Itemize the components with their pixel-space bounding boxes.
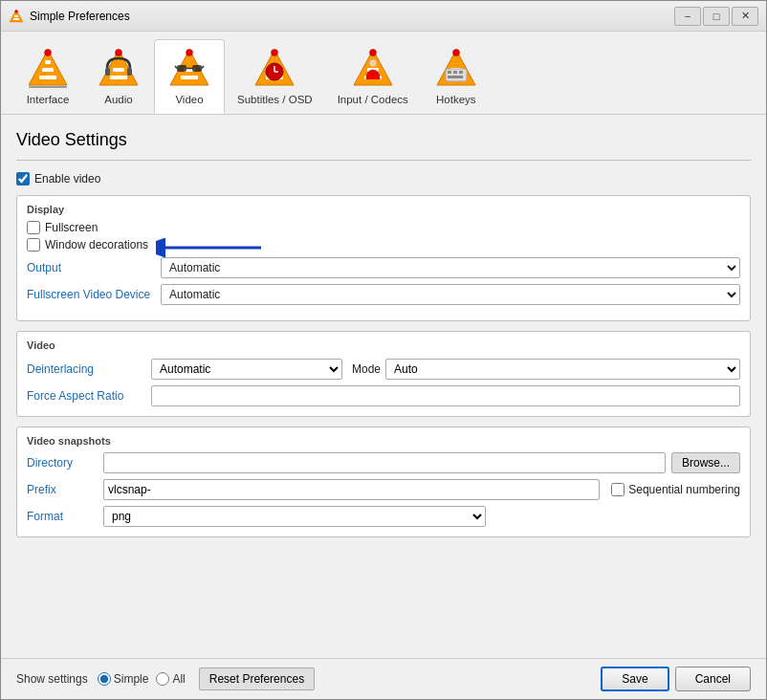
snapshots-section: Video snapshots Directory Browse... Pref… bbox=[16, 427, 751, 537]
svg-rect-21 bbox=[192, 65, 202, 72]
deinterlacing-select[interactable]: Automatic Off On bbox=[151, 359, 342, 380]
bottom-bar: Show settings Simple All Reset Preferenc… bbox=[1, 658, 766, 699]
nav-bar: Interface Audio bbox=[1, 32, 766, 115]
app-icon bbox=[9, 9, 24, 24]
nav-label-video: Video bbox=[175, 94, 203, 105]
audio-icon bbox=[96, 46, 142, 92]
window-controls: − □ ✕ bbox=[674, 7, 758, 26]
page-title: Video Settings bbox=[16, 130, 751, 150]
svg-rect-9 bbox=[29, 86, 67, 88]
close-button[interactable]: ✕ bbox=[732, 7, 758, 26]
svg-rect-17 bbox=[181, 76, 198, 79]
svg-rect-7 bbox=[45, 60, 51, 64]
main-window: Simple Preferences − □ ✕ I bbox=[0, 0, 767, 700]
svg-point-36 bbox=[369, 59, 377, 67]
all-radio-label[interactable]: All bbox=[172, 672, 185, 686]
main-content: Video Settings Enable video Display Full… bbox=[1, 115, 766, 658]
svg-point-19 bbox=[186, 50, 193, 56]
simple-radio-label[interactable]: Simple bbox=[114, 672, 149, 686]
fullscreen-device-select[interactable]: Automatic bbox=[161, 284, 740, 305]
show-settings-label: Show settings bbox=[16, 672, 88, 686]
deinterlacing-label: Deinterlacing bbox=[27, 362, 151, 376]
output-select[interactable]: Automatic DirectX OpenGL bbox=[161, 257, 740, 278]
svg-point-35 bbox=[369, 50, 376, 56]
enable-video-row: Enable video bbox=[16, 172, 751, 186]
svg-rect-42 bbox=[448, 71, 451, 74]
nav-item-video[interactable]: Video bbox=[154, 39, 225, 114]
svg-rect-14 bbox=[105, 68, 110, 76]
radio-all: All bbox=[156, 672, 185, 686]
reset-button[interactable]: Reset Preferences bbox=[199, 667, 315, 690]
svg-rect-43 bbox=[453, 71, 457, 74]
divider bbox=[16, 160, 751, 161]
browse-button[interactable]: Browse... bbox=[671, 452, 740, 473]
fullscreen-device-label: Fullscreen Video Device bbox=[27, 288, 161, 301]
window-decorations-row: Window decorations bbox=[27, 238, 740, 252]
maximize-button[interactable]: □ bbox=[703, 7, 730, 26]
format-row: Format png jpg bmp tiff bbox=[27, 506, 740, 527]
prefix-row: Prefix Sequential numbering bbox=[27, 479, 740, 500]
svg-rect-41 bbox=[446, 69, 467, 81]
svg-rect-2 bbox=[14, 15, 18, 17]
prefix-input[interactable] bbox=[103, 479, 600, 500]
svg-point-13 bbox=[116, 50, 122, 56]
cancel-button[interactable]: Cancel bbox=[675, 667, 751, 691]
svg-line-24 bbox=[202, 66, 204, 69]
mode-label: Mode bbox=[352, 362, 381, 376]
snapshots-section-label: Video snapshots bbox=[27, 435, 740, 447]
svg-rect-20 bbox=[177, 65, 186, 72]
svg-point-28 bbox=[272, 50, 278, 56]
mode-select[interactable]: Auto Bob Linear Mean Blend bbox=[385, 359, 740, 380]
directory-input[interactable] bbox=[103, 452, 666, 473]
nav-label-input: Input / Codecs bbox=[338, 94, 408, 105]
svg-point-3 bbox=[15, 10, 18, 12]
format-select[interactable]: png jpg bmp tiff bbox=[103, 506, 486, 527]
svg-rect-15 bbox=[127, 68, 132, 76]
force-aspect-input[interactable] bbox=[151, 385, 740, 406]
output-label: Output bbox=[27, 261, 161, 274]
fullscreen-device-row: Fullscreen Video Device Automatic bbox=[27, 284, 740, 305]
output-row: Output Automatic DirectX OpenGL bbox=[27, 257, 740, 278]
sequential-numbering-label[interactable]: Sequential numbering bbox=[628, 483, 740, 496]
svg-rect-44 bbox=[459, 71, 463, 74]
hotkeys-icon bbox=[433, 46, 479, 92]
svg-rect-45 bbox=[448, 76, 463, 78]
nav-item-hotkeys[interactable]: Hotkeys bbox=[421, 39, 492, 114]
fullscreen-row: Fullscreen bbox=[27, 221, 740, 234]
nav-label-subtitles: Subtitles / OSD bbox=[237, 94, 313, 105]
nav-label-hotkeys: Hotkeys bbox=[436, 94, 476, 105]
fullscreen-label[interactable]: Fullscreen bbox=[45, 221, 98, 234]
window-title: Simple Preferences bbox=[30, 10, 674, 23]
force-aspect-row: Force Aspect Ratio bbox=[27, 385, 740, 406]
video-section-label: Video bbox=[27, 339, 740, 351]
title-bar: Simple Preferences − □ ✕ bbox=[1, 1, 766, 32]
nav-item-input[interactable]: Input / Codecs bbox=[325, 39, 421, 114]
nav-item-audio[interactable]: Audio bbox=[83, 39, 154, 114]
radio-group: Simple All bbox=[98, 672, 186, 686]
nav-item-subtitles[interactable]: Subtitles / OSD bbox=[225, 39, 325, 114]
window-decorations-label[interactable]: Window decorations bbox=[45, 238, 148, 252]
prefix-label: Prefix bbox=[27, 483, 103, 496]
video-icon bbox=[166, 46, 212, 92]
all-radio[interactable] bbox=[156, 672, 169, 686]
enable-video-label[interactable]: Enable video bbox=[34, 172, 100, 186]
svg-rect-11 bbox=[110, 76, 127, 79]
simple-radio[interactable] bbox=[98, 672, 111, 686]
enable-video-checkbox[interactable] bbox=[16, 172, 30, 186]
svg-point-8 bbox=[45, 50, 52, 56]
nav-label-interface: Interface bbox=[27, 94, 70, 105]
svg-rect-5 bbox=[39, 76, 56, 79]
display-section-label: Display bbox=[27, 204, 740, 215]
interface-icon bbox=[25, 46, 71, 92]
fullscreen-checkbox[interactable] bbox=[27, 221, 40, 234]
directory-row: Directory Browse... bbox=[27, 452, 740, 473]
svg-rect-12 bbox=[113, 68, 124, 72]
format-label: Format bbox=[27, 510, 103, 523]
nav-item-interface[interactable]: Interface bbox=[12, 39, 83, 114]
directory-label: Directory bbox=[27, 456, 103, 470]
window-decorations-checkbox[interactable] bbox=[27, 238, 40, 252]
save-button[interactable]: Save bbox=[601, 667, 668, 691]
minimize-button[interactable]: − bbox=[674, 7, 701, 26]
display-section: Display Fullscreen Window decorations bbox=[16, 195, 751, 321]
sequential-numbering-checkbox[interactable] bbox=[611, 483, 625, 496]
